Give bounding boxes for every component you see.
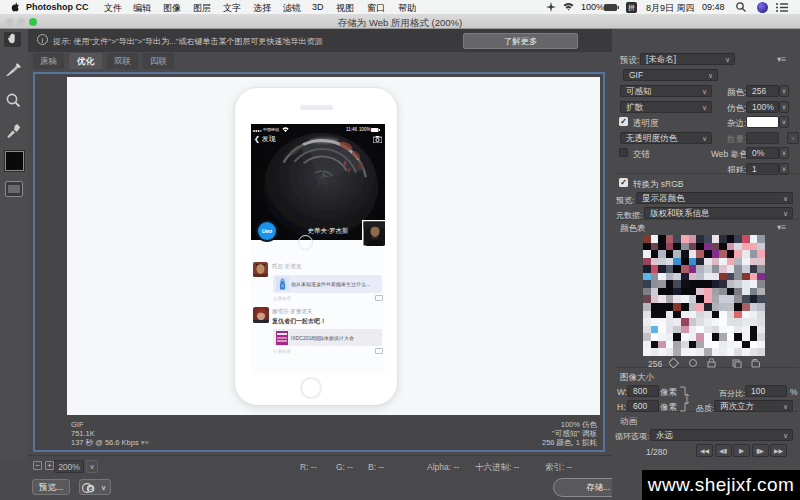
svg-text:e: e: [89, 485, 93, 492]
